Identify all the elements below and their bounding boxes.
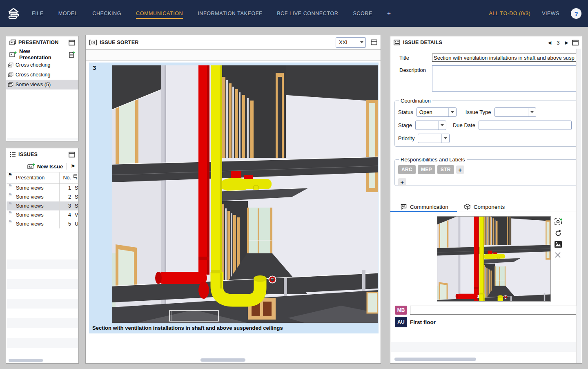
issue-details-icon xyxy=(394,39,401,46)
menu-score[interactable]: SCORE xyxy=(353,8,372,19)
menu-information-takeoff[interactable]: INFORMATION TAKEOFF xyxy=(198,8,262,19)
flag-filter-icon[interactable]: ⚑ xyxy=(71,164,75,169)
all-todo-button[interactable]: ALL TO-DO (0/3) xyxy=(489,11,530,16)
column-presentation[interactable]: Presentation xyxy=(14,172,59,183)
menu-file[interactable]: FILE xyxy=(32,8,44,19)
due-date-input[interactable] xyxy=(479,121,572,130)
issues-table-header: ⚑ Presentation No. Ti xyxy=(7,172,78,183)
panel-layout-icon[interactable] xyxy=(69,152,75,158)
flag-icon[interactable]: ⚑ xyxy=(7,183,14,192)
column-no[interactable]: No. xyxy=(59,172,73,183)
thumbnail-size-select[interactable]: XXL xyxy=(336,37,366,48)
flag-icon[interactable]: ⚑ xyxy=(7,219,14,228)
presentation-item-icon xyxy=(8,72,13,78)
details-vertical-scrollbar[interactable] xyxy=(576,49,581,363)
views-button[interactable]: VIEWS xyxy=(542,11,559,16)
new-issue-button[interactable]: New Issue xyxy=(37,163,63,170)
status-label: Status xyxy=(398,109,413,115)
issue-sorter-panel: ISSUE SORTER XXL 3 Section with ventilat… xyxy=(85,35,381,364)
title-input[interactable] xyxy=(432,54,576,62)
issue-details-panel: ISSUE DETAILS ◀ 3 ▶ Title Description Co… xyxy=(390,36,582,364)
issues-panel: ISSUES New Issue ⚑ ⚑ Presentation No. Ti… xyxy=(6,148,79,364)
presentation-panel: PRESENTATION New Presentation Cross chec… xyxy=(6,36,79,141)
tab-components[interactable]: Components xyxy=(464,204,505,210)
chevron-down-icon xyxy=(441,134,449,143)
description-label: Description xyxy=(399,67,426,73)
details-horizontal-scrollbar[interactable] xyxy=(394,358,476,361)
generate-report-icon[interactable] xyxy=(69,51,75,58)
presentation-panel-title: PRESENTATION xyxy=(18,40,58,45)
stage-select[interactable] xyxy=(415,121,446,130)
image-icon[interactable] xyxy=(554,241,562,248)
issue-title: Us xyxy=(73,219,78,228)
issue-sorter-header: ISSUE SORTER XXL xyxy=(86,35,381,50)
thumbnail-size-value: XXL xyxy=(336,39,358,45)
presentation-empty-area xyxy=(7,128,78,141)
add-view-tab-button[interactable]: + xyxy=(387,7,391,20)
presentation-item-selected[interactable]: Some views (5) xyxy=(6,80,78,89)
add-snapshot-icon[interactable] xyxy=(554,218,562,226)
comment-input-row: MB xyxy=(395,306,576,315)
issue-row[interactable]: ⚑ Some views 1 St xyxy=(7,183,78,192)
label-chip-str[interactable]: STR xyxy=(437,165,454,174)
next-issue-icon[interactable]: ▶ xyxy=(564,40,570,45)
issue-3d-snapshot[interactable] xyxy=(112,65,378,323)
new-presentation-button[interactable]: New Presentation xyxy=(19,48,64,60)
menu-model[interactable]: MODEL xyxy=(58,8,78,19)
panel-layout-icon[interactable] xyxy=(69,40,75,46)
previous-issue-icon[interactable]: ◀ xyxy=(547,40,552,45)
issue-title: St xyxy=(73,183,78,192)
menu-checking[interactable]: CHECKING xyxy=(92,8,121,19)
issue-row-selected[interactable]: ⚑ Some views 3 Se xyxy=(7,201,78,210)
flag-column-icon[interactable]: ⚑ xyxy=(7,172,14,183)
issue-type-select[interactable] xyxy=(494,107,536,117)
label-chip-mep[interactable]: MEP xyxy=(418,165,435,174)
tab-communication[interactable]: Communication xyxy=(400,204,448,210)
comment-row[interactable]: AU First floor xyxy=(395,317,576,327)
communication-icon xyxy=(400,204,407,210)
issue-card[interactable]: 3 Section with ventilation installations… xyxy=(89,63,379,333)
communication-snapshot[interactable] xyxy=(437,216,551,302)
new-presentation-icon xyxy=(9,51,17,58)
issue-no: 2 xyxy=(59,192,73,201)
panel-layout-icon[interactable] xyxy=(572,40,579,46)
presentation-item-icon xyxy=(8,82,13,87)
issues-toolbar: New Issue ⚑ xyxy=(6,161,78,172)
comment-input[interactable] xyxy=(410,306,576,315)
sorter-horizontal-scrollbar[interactable] xyxy=(200,358,245,362)
comment-text: First floor xyxy=(410,319,436,325)
delete-snapshot-icon[interactable] xyxy=(554,251,562,259)
menu-communication[interactable]: COMMUNICATION xyxy=(136,8,183,19)
chevron-down-icon xyxy=(528,108,536,116)
help-icon[interactable]: ? xyxy=(571,8,581,19)
issue-row[interactable]: ⚑ Some views 4 Ve xyxy=(7,210,78,219)
presentation-item[interactable]: Cross checking xyxy=(6,60,78,70)
status-value: Open xyxy=(417,109,448,115)
flag-icon[interactable]: ⚑ xyxy=(7,210,14,219)
issue-row[interactable]: ⚑ Some views 5 Us xyxy=(7,219,78,228)
top-menu-bar: FILE MODEL CHECKING COMMUNICATION INFORM… xyxy=(0,0,588,27)
add-responsibility-button[interactable]: + xyxy=(398,178,406,186)
issues-horizontal-scrollbar[interactable] xyxy=(9,359,43,362)
description-input[interactable] xyxy=(432,65,576,92)
status-select[interactable]: Open xyxy=(416,107,457,117)
flag-icon[interactable]: ⚑ xyxy=(7,192,14,201)
priority-select[interactable] xyxy=(418,134,450,143)
issue-row[interactable]: ⚑ Some views 2 Se xyxy=(7,192,78,201)
issue-sorter-title: ISSUE SORTER xyxy=(100,40,138,45)
panel-layout-icon[interactable] xyxy=(371,39,377,45)
label-chip-arc[interactable]: ARC xyxy=(398,165,416,174)
coordination-legend: Coordination xyxy=(399,98,432,104)
menu-bcf-live-connector[interactable]: BCF LIVE CONNECTOR xyxy=(277,8,338,19)
flag-icon[interactable]: ⚑ xyxy=(7,201,14,210)
add-label-button[interactable]: + xyxy=(456,165,464,174)
column-title[interactable]: Ti xyxy=(73,172,78,183)
chevron-down-icon xyxy=(358,41,365,43)
due-date-label: Due Date xyxy=(453,122,475,128)
tab-components-label: Components xyxy=(474,204,505,210)
coordination-group: Coordination Status Open Issue Type Stag… xyxy=(394,98,577,147)
toolbar-divider xyxy=(67,163,67,170)
refresh-snapshot-icon[interactable] xyxy=(554,229,562,237)
table-settings-icon[interactable] xyxy=(74,174,78,179)
presentation-item[interactable]: Cross checking xyxy=(6,70,78,80)
